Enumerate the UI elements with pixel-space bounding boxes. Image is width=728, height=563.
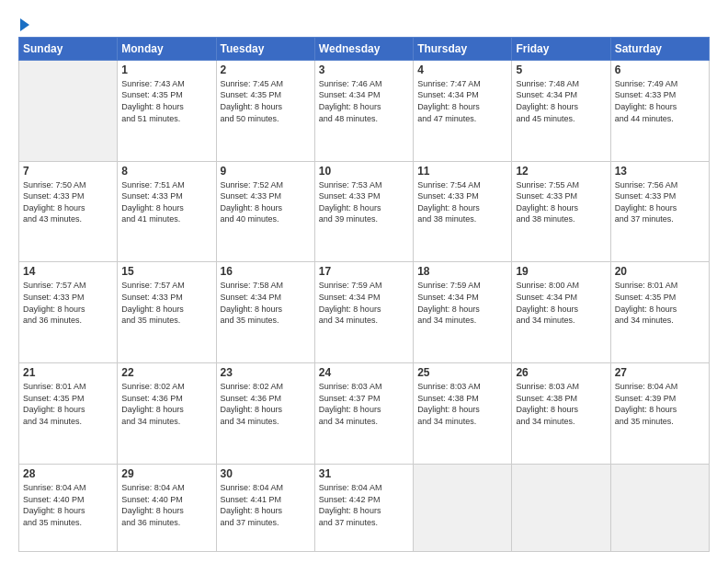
day-info: Sunrise: 7:51 AM Sunset: 4:33 PM Dayligh… bbox=[121, 179, 211, 225]
calendar-cell: 30Sunrise: 8:04 AM Sunset: 4:41 PM Dayli… bbox=[216, 465, 314, 552]
day-info: Sunrise: 7:57 AM Sunset: 4:33 PM Dayligh… bbox=[121, 280, 211, 326]
day-number: 9 bbox=[221, 165, 311, 178]
day-info: Sunrise: 7:50 AM Sunset: 4:33 PM Dayligh… bbox=[23, 179, 113, 225]
day-info: Sunrise: 7:56 AM Sunset: 4:33 PM Dayligh… bbox=[615, 179, 705, 225]
calendar-cell: 21Sunrise: 8:01 AM Sunset: 4:35 PM Dayli… bbox=[19, 363, 118, 465]
day-number: 13 bbox=[615, 165, 705, 178]
day-info: Sunrise: 8:02 AM Sunset: 4:36 PM Dayligh… bbox=[221, 381, 311, 427]
day-number: 2 bbox=[221, 63, 311, 76]
logo-arrow-icon bbox=[20, 18, 29, 31]
day-number: 10 bbox=[319, 165, 409, 178]
day-info: Sunrise: 8:04 AM Sunset: 4:40 PM Dayligh… bbox=[121, 482, 211, 528]
day-number: 5 bbox=[516, 63, 606, 76]
header bbox=[18, 15, 710, 33]
day-number: 22 bbox=[121, 366, 211, 379]
calendar-cell: 17Sunrise: 7:59 AM Sunset: 4:34 PM Dayli… bbox=[314, 262, 413, 363]
day-number: 8 bbox=[121, 165, 211, 178]
day-info: Sunrise: 7:45 AM Sunset: 4:35 PM Dayligh… bbox=[221, 78, 311, 124]
day-info: Sunrise: 7:46 AM Sunset: 4:34 PM Dayligh… bbox=[319, 78, 409, 124]
page: SundayMondayTuesdayWednesdayThursdayFrid… bbox=[0, 0, 728, 563]
day-number: 4 bbox=[417, 63, 507, 76]
day-info: Sunrise: 7:49 AM Sunset: 4:33 PM Dayligh… bbox=[615, 78, 705, 124]
day-number: 18 bbox=[417, 265, 507, 278]
calendar-week-5: 28Sunrise: 8:04 AM Sunset: 4:40 PM Dayli… bbox=[19, 465, 710, 552]
calendar-cell: 15Sunrise: 7:57 AM Sunset: 4:33 PM Dayli… bbox=[118, 262, 216, 363]
calendar-week-4: 21Sunrise: 8:01 AM Sunset: 4:35 PM Dayli… bbox=[19, 363, 710, 465]
calendar-cell: 8Sunrise: 7:51 AM Sunset: 4:33 PM Daylig… bbox=[118, 161, 216, 262]
calendar-cell: 2Sunrise: 7:45 AM Sunset: 4:35 PM Daylig… bbox=[216, 60, 314, 161]
day-number: 23 bbox=[221, 366, 311, 379]
logo bbox=[18, 15, 29, 33]
day-number: 30 bbox=[221, 467, 311, 480]
day-info: Sunrise: 7:57 AM Sunset: 4:33 PM Dayligh… bbox=[23, 280, 113, 326]
calendar-cell: 14Sunrise: 7:57 AM Sunset: 4:33 PM Dayli… bbox=[19, 262, 118, 363]
calendar-header-sunday: Sunday bbox=[19, 37, 118, 60]
calendar-cell: 11Sunrise: 7:54 AM Sunset: 4:33 PM Dayli… bbox=[414, 161, 512, 262]
day-number: 29 bbox=[121, 467, 211, 480]
calendar-week-3: 14Sunrise: 7:57 AM Sunset: 4:33 PM Dayli… bbox=[19, 262, 710, 363]
day-info: Sunrise: 7:59 AM Sunset: 4:34 PM Dayligh… bbox=[417, 280, 507, 326]
day-number: 15 bbox=[121, 265, 211, 278]
day-number: 17 bbox=[319, 265, 409, 278]
calendar-cell: 3Sunrise: 7:46 AM Sunset: 4:34 PM Daylig… bbox=[314, 60, 413, 161]
day-info: Sunrise: 7:54 AM Sunset: 4:33 PM Dayligh… bbox=[417, 179, 507, 225]
day-number: 24 bbox=[319, 366, 409, 379]
calendar-cell: 7Sunrise: 7:50 AM Sunset: 4:33 PM Daylig… bbox=[19, 161, 118, 262]
calendar-cell: 27Sunrise: 8:04 AM Sunset: 4:39 PM Dayli… bbox=[610, 363, 709, 465]
calendar-week-2: 7Sunrise: 7:50 AM Sunset: 4:33 PM Daylig… bbox=[19, 161, 710, 262]
day-number: 25 bbox=[417, 366, 507, 379]
day-info: Sunrise: 7:55 AM Sunset: 4:33 PM Dayligh… bbox=[516, 179, 606, 225]
day-info: Sunrise: 7:47 AM Sunset: 4:34 PM Dayligh… bbox=[417, 78, 507, 124]
day-number: 12 bbox=[516, 165, 606, 178]
day-number: 6 bbox=[615, 63, 705, 76]
calendar-cell: 19Sunrise: 8:00 AM Sunset: 4:34 PM Dayli… bbox=[512, 262, 610, 363]
day-number: 7 bbox=[23, 165, 113, 178]
day-number: 27 bbox=[615, 366, 705, 379]
day-number: 20 bbox=[615, 265, 705, 278]
logo-text bbox=[18, 15, 29, 33]
calendar-table: SundayMondayTuesdayWednesdayThursdayFrid… bbox=[18, 37, 710, 552]
day-info: Sunrise: 8:04 AM Sunset: 4:40 PM Dayligh… bbox=[23, 482, 113, 528]
day-number: 1 bbox=[121, 63, 211, 76]
calendar-cell: 28Sunrise: 8:04 AM Sunset: 4:40 PM Dayli… bbox=[19, 465, 118, 552]
day-info: Sunrise: 8:00 AM Sunset: 4:34 PM Dayligh… bbox=[516, 280, 606, 326]
day-info: Sunrise: 8:03 AM Sunset: 4:38 PM Dayligh… bbox=[417, 381, 507, 427]
day-info: Sunrise: 8:03 AM Sunset: 4:37 PM Dayligh… bbox=[319, 381, 409, 427]
calendar-cell: 26Sunrise: 8:03 AM Sunset: 4:38 PM Dayli… bbox=[512, 363, 610, 465]
day-info: Sunrise: 7:52 AM Sunset: 4:33 PM Dayligh… bbox=[221, 179, 311, 225]
day-number: 3 bbox=[319, 63, 409, 76]
calendar-cell bbox=[610, 465, 709, 552]
calendar-cell: 12Sunrise: 7:55 AM Sunset: 4:33 PM Dayli… bbox=[512, 161, 610, 262]
day-info: Sunrise: 7:53 AM Sunset: 4:33 PM Dayligh… bbox=[319, 179, 409, 225]
day-info: Sunrise: 7:58 AM Sunset: 4:34 PM Dayligh… bbox=[221, 280, 311, 326]
calendar-cell: 24Sunrise: 8:03 AM Sunset: 4:37 PM Dayli… bbox=[314, 363, 413, 465]
day-info: Sunrise: 7:48 AM Sunset: 4:34 PM Dayligh… bbox=[516, 78, 606, 124]
calendar-cell: 5Sunrise: 7:48 AM Sunset: 4:34 PM Daylig… bbox=[512, 60, 610, 161]
day-number: 26 bbox=[516, 366, 606, 379]
calendar-week-1: 1Sunrise: 7:43 AM Sunset: 4:35 PM Daylig… bbox=[19, 60, 710, 161]
calendar-cell: 22Sunrise: 8:02 AM Sunset: 4:36 PM Dayli… bbox=[118, 363, 216, 465]
calendar-cell: 25Sunrise: 8:03 AM Sunset: 4:38 PM Dayli… bbox=[414, 363, 512, 465]
calendar-header-wednesday: Wednesday bbox=[314, 37, 413, 60]
day-number: 31 bbox=[319, 467, 409, 480]
day-info: Sunrise: 8:04 AM Sunset: 4:39 PM Dayligh… bbox=[615, 381, 705, 427]
calendar-cell: 18Sunrise: 7:59 AM Sunset: 4:34 PM Dayli… bbox=[414, 262, 512, 363]
calendar-cell: 23Sunrise: 8:02 AM Sunset: 4:36 PM Dayli… bbox=[216, 363, 314, 465]
calendar-cell: 1Sunrise: 7:43 AM Sunset: 4:35 PM Daylig… bbox=[118, 60, 216, 161]
calendar-cell: 13Sunrise: 7:56 AM Sunset: 4:33 PM Dayli… bbox=[610, 161, 709, 262]
calendar-cell bbox=[414, 465, 512, 552]
day-number: 11 bbox=[417, 165, 507, 178]
calendar-cell: 16Sunrise: 7:58 AM Sunset: 4:34 PM Dayli… bbox=[216, 262, 314, 363]
calendar-header-thursday: Thursday bbox=[414, 37, 512, 60]
calendar-header-friday: Friday bbox=[512, 37, 610, 60]
day-info: Sunrise: 8:02 AM Sunset: 4:36 PM Dayligh… bbox=[121, 381, 211, 427]
day-info: Sunrise: 8:01 AM Sunset: 4:35 PM Dayligh… bbox=[23, 381, 113, 427]
calendar-cell: 10Sunrise: 7:53 AM Sunset: 4:33 PM Dayli… bbox=[314, 161, 413, 262]
day-info: Sunrise: 8:04 AM Sunset: 4:42 PM Dayligh… bbox=[319, 482, 409, 528]
calendar-cell: 6Sunrise: 7:49 AM Sunset: 4:33 PM Daylig… bbox=[610, 60, 709, 161]
calendar-header-saturday: Saturday bbox=[610, 37, 709, 60]
calendar-header-monday: Monday bbox=[118, 37, 216, 60]
day-number: 16 bbox=[221, 265, 311, 278]
day-number: 21 bbox=[23, 366, 113, 379]
day-number: 28 bbox=[23, 467, 113, 480]
